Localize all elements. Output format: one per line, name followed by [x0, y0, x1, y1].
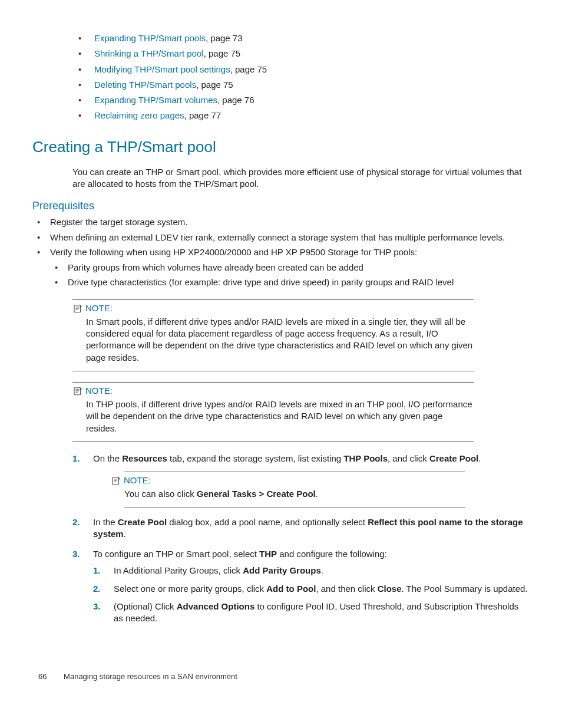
note-body: In Smart pools, if different drive types…: [86, 316, 474, 364]
toc-item: Modifying THP/Smart pool settings, page …: [32, 64, 530, 75]
substep-item: (Optional) Click Advanced Options to con…: [93, 601, 530, 625]
note-callout: NOTE: In THP pools, if different drive t…: [59, 382, 530, 442]
toc-suffix: , page 77: [184, 110, 222, 120]
toc-suffix: , page 75: [230, 64, 267, 74]
note-callout: NOTE: In Smart pools, if different drive…: [59, 299, 530, 371]
note-body: In THP pools, if different drive types a…: [86, 398, 474, 434]
note-label: NOTE:: [124, 475, 151, 486]
prereq-list: Register the target storage system. When…: [32, 216, 530, 288]
note-icon: [72, 386, 83, 396]
svg-rect-2: [113, 477, 119, 485]
note-icon: [111, 475, 121, 486]
prereq-item: Verify the following when using HP XP240…: [32, 246, 530, 289]
prereq-text: Verify the following when using HP XP240…: [50, 247, 417, 257]
toc-suffix: , page 75: [204, 48, 241, 58]
prerequisites-heading: Prerequisites: [32, 199, 530, 213]
svg-rect-1: [74, 388, 81, 395]
step-item: To configure an THP or Smart pool, selec…: [72, 548, 530, 624]
toc-item: Expanding THP/Smart volumes, page 76: [32, 94, 530, 106]
note-callout: NOTE: You can also click General Tasks >…: [111, 472, 530, 508]
intro-paragraph: You can create an THP or Smart pool, whi…: [72, 166, 530, 190]
toc-link[interactable]: Expanding THP/Smart pools: [94, 33, 206, 43]
prereq-subitem: Drive type characteristics (for example:…: [50, 276, 530, 288]
step-item: In the Create Pool dialog box, add a poo…: [72, 516, 530, 541]
note-label: NOTE:: [85, 385, 113, 397]
note-icon: [72, 303, 83, 314]
note-label: NOTE:: [85, 302, 113, 314]
step-text: On the Resources tab, expand the storage…: [93, 453, 481, 463]
section-heading: Creating a THP/Smart pool: [32, 137, 530, 157]
toc-suffix: , page 73: [206, 33, 243, 43]
toc-item: Deleting THP/Smart pools, page 75: [32, 79, 530, 91]
toc-link[interactable]: Reclaiming zero pages: [94, 110, 184, 120]
substeps: In Additional Parity Groups, click Add P…: [93, 565, 530, 624]
procedure-steps: On the Resources tab, expand the storage…: [72, 453, 530, 625]
toc-suffix: , page 75: [196, 80, 233, 90]
toc-link[interactable]: Shrinking a THP/Smart pool: [94, 48, 204, 58]
toc-suffix: , page 76: [217, 95, 254, 105]
svg-rect-0: [74, 305, 81, 312]
note-body: You can also click General Tasks > Creat…: [124, 488, 465, 500]
prereq-item: When defining an external LDEV tier rank…: [32, 232, 530, 243]
page-number: 66: [38, 672, 47, 681]
page-footer: 66 Managing storage resources in a SAN e…: [32, 671, 530, 682]
toc-item: Expanding THP/Smart pools, page 73: [32, 32, 530, 44]
toc-link[interactable]: Expanding THP/Smart volumes: [94, 95, 217, 105]
prereq-sublist: Parity groups from which volumes have al…: [50, 262, 530, 289]
toc-item: Reclaiming zero pages, page 77: [32, 110, 530, 121]
footer-title: Managing storage resources in a SAN envi…: [64, 672, 237, 681]
toc-list: Expanding THP/Smart pools, page 73 Shrin…: [32, 32, 530, 122]
toc-link[interactable]: Modifying THP/Smart pool settings: [94, 64, 230, 74]
toc-link[interactable]: Deleting THP/Smart pools: [94, 80, 196, 90]
substep-item: Select one or more parity groups, click …: [93, 583, 530, 595]
step-item: On the Resources tab, expand the storage…: [72, 453, 530, 508]
toc-item: Shrinking a THP/Smart pool, page 75: [32, 48, 530, 60]
substep-item: In Additional Parity Groups, click Add P…: [93, 565, 530, 577]
prereq-item: Register the target storage system.: [32, 216, 530, 228]
prereq-subitem: Parity groups from which volumes have al…: [50, 262, 530, 274]
